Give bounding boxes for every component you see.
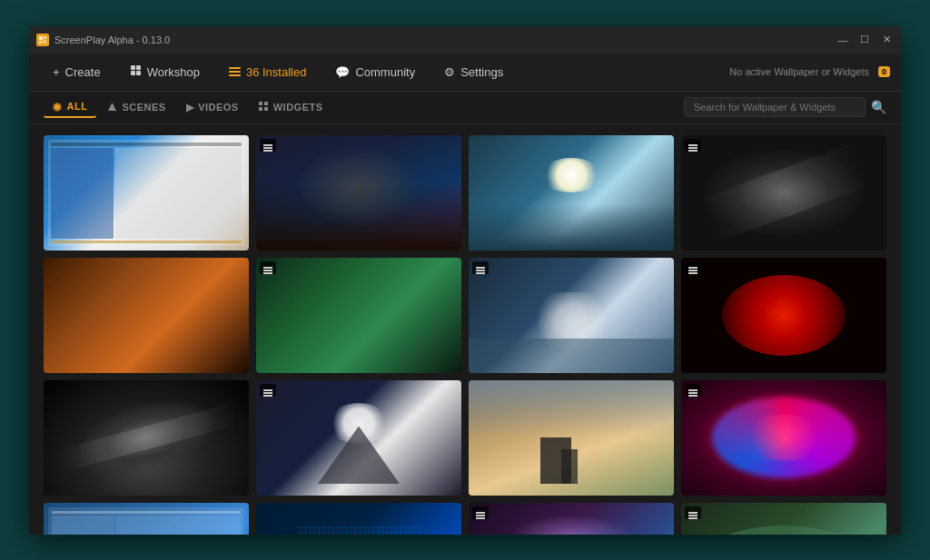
nav-bar: + Create Workshop [29,54,901,92]
svg-rect-6 [131,71,135,75]
svg-rect-12 [259,102,262,105]
wallpaper-item[interactable]: ▶ [469,135,674,251]
nav-installed[interactable]: 36 Installed [216,60,320,84]
svg-rect-3 [43,40,46,44]
title-bar: ScreenPlay Alpha - 0.13.0 — ☐ ✕ [29,26,901,54]
nav-workshop-label: Workshop [147,65,200,79]
nav-settings[interactable]: ⚙ Settings [431,60,516,84]
filter-all[interactable]: ◉ ALL [44,97,96,118]
filter-items: ◉ ALL SCENES ▶ VIDEOS [44,97,332,118]
filter-all-label: ALL [67,101,88,112]
nav-workshop[interactable]: Workshop [117,59,213,84]
window-title: ScreenPlay Alpha - 0.13.0 [54,34,170,45]
filter-videos-label: VIDEOS [198,102,239,113]
filter-scenes[interactable]: SCENES [98,98,174,117]
scenes-filter-icon [107,102,117,113]
app-icon [36,34,49,46]
svg-rect-0 [39,36,43,40]
svg-rect-13 [264,102,268,105]
all-filter-icon: ◉ [53,101,63,113]
window-controls: — ☐ ✕ [836,34,894,46]
search-area: 🔍 [684,97,886,117]
play-button[interactable]: ▶ [130,176,163,209]
wallpaper-item[interactable]: ▶ [256,503,461,535]
wallpaper-item[interactable]: ▶ [469,258,674,373]
filter-scenes-label: SCENES [122,102,165,113]
wallpaper-item[interactable]: ▶ [681,258,886,373]
wallpaper-item[interactable]: ▶ [256,258,461,373]
wallpaper-item[interactable]: ▶ [469,380,674,496]
play-button[interactable]: ▶ [342,299,375,331]
create-icon: + [53,65,60,79]
nav-items: + Create Workshop [40,59,516,84]
active-count-badge: 0 [878,66,890,77]
wallpaper-item[interactable]: ▶ [256,380,461,496]
nav-settings-label: Settings [460,65,503,79]
play-button[interactable]: ▶ [555,176,588,209]
app-window: ScreenPlay Alpha - 0.13.0 — ☐ ✕ + Create [29,26,901,535]
play-button[interactable]: ▶ [767,176,800,209]
svg-rect-9 [229,71,241,73]
nav-create-label: Create [65,65,101,79]
svg-rect-7 [136,71,141,75]
svg-rect-4 [131,65,135,70]
filter-widgets[interactable]: WIDGETS [250,98,332,117]
nav-installed-label: 36 Installed [246,65,307,79]
svg-rect-14 [259,107,262,111]
play-button[interactable]: ▶ [767,299,800,331]
search-input[interactable] [684,97,866,117]
play-button[interactable]: ▶ [130,299,163,331]
play-button[interactable]: ▶ [342,421,375,454]
play-button[interactable]: ▶ [130,421,163,454]
wallpaper-item[interactable]: ▶ [681,380,886,496]
play-button[interactable]: ▶ [555,299,588,331]
svg-rect-2 [39,41,42,44]
wallpaper-item[interactable]: ▶ [44,258,249,373]
svg-rect-15 [264,107,268,111]
minimize-button[interactable]: — [836,34,850,46]
search-button[interactable]: 🔍 [871,100,886,114]
nav-community[interactable]: 💬 Community [322,60,428,84]
svg-rect-1 [44,36,46,39]
maximize-button[interactable]: ☐ [857,34,872,46]
filter-videos[interactable]: ▶ VIDEOS [177,98,248,117]
play-button[interactable]: ▶ [555,421,588,454]
wallpaper-item[interactable]: ▶ [469,503,674,535]
wallpaper-item[interactable]: ▶ [681,135,886,251]
wallpaper-grid: ▶ ▶ ▶ [44,135,886,535]
filter-bar: ◉ ALL SCENES ▶ VIDEOS [29,92,901,124]
wallpaper-item[interactable]: ▶ [44,380,249,496]
workshop-icon [130,64,142,79]
wallpaper-item[interactable]: ▶ [44,503,249,535]
play-button[interactable]: ▶ [342,176,375,209]
svg-marker-11 [108,103,116,111]
filter-widgets-label: WIDGETS [273,102,323,113]
svg-rect-8 [229,67,241,69]
play-button[interactable]: ▶ [767,421,800,454]
content-area[interactable]: ▶ ▶ ▶ [29,124,901,535]
wallpaper-status: No active Wallpaper or Widgets [729,66,869,77]
videos-filter-icon: ▶ [186,102,194,113]
close-button[interactable]: ✕ [879,34,894,46]
nav-create[interactable]: + Create [40,60,114,84]
title-bar-left: ScreenPlay Alpha - 0.13.0 [36,34,170,46]
installed-icon [229,65,241,79]
widgets-filter-icon [259,102,269,113]
community-icon: 💬 [335,65,350,79]
svg-rect-5 [136,65,141,70]
wallpaper-item[interactable]: ▶ [44,135,249,251]
settings-icon: ⚙ [444,65,455,79]
wallpaper-item[interactable]: ▶ [256,135,461,251]
nav-right: No active Wallpaper or Widgets 0 [729,66,890,77]
wallpaper-item[interactable]: ▶ [681,503,886,535]
svg-rect-10 [229,74,241,76]
nav-community-label: Community [355,65,415,79]
